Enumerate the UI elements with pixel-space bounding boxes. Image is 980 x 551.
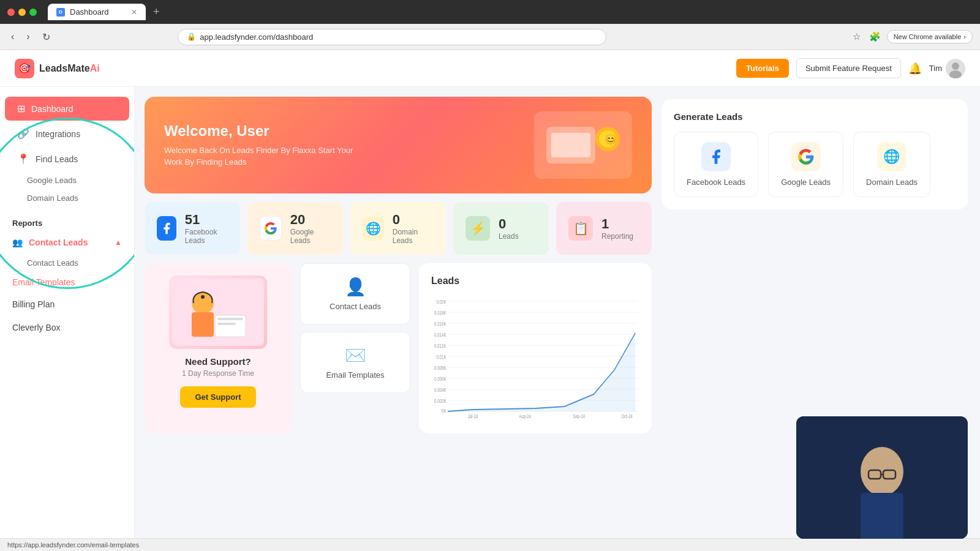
- svg-rect-44: [861, 493, 903, 538]
- app-logo: 🎯 LeadsMateAi: [15, 59, 100, 78]
- facebook-leads-label: Facebook Leads: [185, 228, 228, 245]
- support-title: Need Support?: [185, 356, 251, 367]
- stats-row: 51 Facebook Leads 20 Google Leads: [145, 202, 652, 255]
- reporting-stat-icon: 📋: [568, 216, 593, 241]
- google-gen-icon: [791, 142, 821, 171]
- reload-button[interactable]: ↻: [39, 29, 54, 45]
- quick-access: 👤 Contact Leads ✉️ Email Templates: [300, 263, 410, 433]
- generate-card-facebook[interactable]: Facebook Leads: [674, 132, 758, 197]
- svg-text:0.004K: 0.004K: [434, 387, 447, 394]
- dashboard-icon: ⊞: [17, 103, 25, 114]
- leads-number: 0: [499, 216, 519, 232]
- browser-tab[interactable]: D Dashboard ✕: [48, 4, 146, 20]
- minimize-button[interactable]: [18, 9, 26, 16]
- lock-icon: 🔒: [187, 32, 196, 41]
- back-button[interactable]: ‹: [7, 29, 18, 45]
- tab-close-icon[interactable]: ✕: [131, 8, 137, 17]
- get-support-button[interactable]: Get Support: [180, 386, 255, 408]
- svg-marker-41: [448, 333, 635, 411]
- stat-card-facebook[interactable]: 51 Facebook Leads: [145, 202, 240, 255]
- sidebar-integrations-label: Integrations: [36, 129, 80, 139]
- url-status-bar: https://app.leadsfynder.com/email-templa…: [0, 538, 980, 551]
- svg-text:0.016K: 0.016K: [434, 321, 447, 328]
- sidebar-find-leads-label: Find Leads: [36, 154, 78, 164]
- svg-point-43: [861, 447, 903, 496]
- app-container: 🎯 LeadsMateAi Tutorials Submit Feature R…: [0, 50, 980, 538]
- toolbar-right: ☆ 🧩 New Chrome available ›: [850, 29, 973, 45]
- stat-card-google[interactable]: 20 Google Leads: [247, 202, 343, 255]
- sidebar-sub-domain-leads[interactable]: Domain Leads: [0, 190, 134, 206]
- forward-button[interactable]: ›: [23, 29, 33, 45]
- contact-leads-quick-label: Contact Leads: [330, 302, 381, 311]
- stat-card-leads[interactable]: ⚡ 0 Leads: [453, 202, 549, 255]
- sidebar-sub-contact-leads[interactable]: Contact Leads: [0, 255, 134, 271]
- domain-gen-label: Domain Leads: [866, 178, 918, 187]
- sidebar-item-find-leads[interactable]: 📍 Find Leads: [5, 147, 129, 171]
- svg-text:0.012K: 0.012K: [434, 343, 447, 350]
- domain-gen-icon: 🌐: [877, 142, 907, 171]
- star-icon[interactable]: ☆: [850, 29, 863, 45]
- svg-rect-13: [217, 323, 236, 325]
- stat-card-reporting[interactable]: 📋 1 Reporting: [556, 202, 652, 255]
- sidebar-item-cleverly[interactable]: Cleverly Box: [0, 317, 134, 339]
- sidebar-item-email-templates[interactable]: Email Templates: [0, 272, 134, 292]
- sidebar: ⊞ Dashboard 🔗 Integrations 📍 Find Leads …: [0, 87, 135, 538]
- maximize-button[interactable]: [29, 9, 37, 16]
- svg-point-14: [201, 295, 205, 299]
- svg-text:Oct-24: Oct-24: [621, 413, 633, 419]
- quick-card-contact-leads[interactable]: 👤 Contact Leads: [300, 263, 410, 324]
- tab-favicon: D: [56, 8, 65, 17]
- close-button[interactable]: [7, 9, 15, 16]
- sidebar-item-dashboard[interactable]: ⊞ Dashboard: [5, 97, 129, 121]
- video-person: [796, 416, 968, 538]
- notification-bell-icon[interactable]: 🔔: [908, 62, 922, 75]
- domain-leads-label: Domain Leads: [393, 228, 434, 245]
- stat-info-google: 20 Google Leads: [290, 212, 331, 245]
- stat-card-domain[interactable]: 🌐 0 Domain Leads: [350, 202, 446, 255]
- svg-text:0.014K: 0.014K: [434, 332, 447, 339]
- logo-icon: 🎯: [15, 59, 34, 78]
- welcome-banner: Welcome, User Welcome Back On Leads Find…: [145, 97, 652, 193]
- welcome-text: Welcome, User Welcome Back On Leads Find…: [164, 122, 360, 168]
- reporting-number: 1: [601, 216, 633, 232]
- email-templates-quick-label: Email Templates: [326, 370, 384, 380]
- new-tab-button[interactable]: +: [153, 6, 160, 18]
- generate-card-google[interactable]: Google Leads: [768, 132, 843, 197]
- leads-stat-icon: ⚡: [466, 216, 490, 241]
- facebook-stat-icon: [157, 216, 176, 241]
- browser-toolbar: ‹ › ↻ 🔒 app.leadsfynder.com/dashboard ☆ …: [0, 24, 980, 50]
- google-leads-number: 20: [290, 212, 331, 228]
- generate-card-domain[interactable]: 🌐 Domain Leads: [853, 132, 930, 197]
- svg-text:Sep-24: Sep-24: [573, 413, 586, 419]
- leads-label: Leads: [499, 232, 519, 241]
- sidebar-contact-leads-section[interactable]: 👥 Contact Leads ▲: [0, 231, 134, 253]
- user-avatar[interactable]: Tim: [929, 59, 965, 78]
- support-subtitle: 1 Day Response Time: [182, 369, 254, 378]
- address-bar[interactable]: 🔒 app.leadsfynder.com/dashboard: [178, 29, 606, 45]
- quick-card-email-templates[interactable]: ✉️ Email Templates: [300, 332, 410, 393]
- sidebar-dashboard-label: Dashboard: [31, 104, 74, 114]
- sidebar-sub-google-leads[interactable]: Google Leads: [0, 172, 134, 189]
- support-card: Need Support? 1 Day Response Time Get Su…: [145, 263, 292, 433]
- tutorials-button[interactable]: Tutorials: [736, 59, 789, 78]
- contact-leads-quick-icon: 👤: [345, 277, 366, 297]
- header-right: Tutorials Submit Feature Request 🔔 Tim: [736, 58, 965, 78]
- svg-text:0.006K: 0.006K: [434, 376, 447, 383]
- sidebar-item-integrations[interactable]: 🔗 Integrations: [5, 122, 129, 146]
- traffic-lights: [7, 9, 37, 16]
- svg-rect-12: [217, 318, 243, 320]
- google-gen-label: Google Leads: [781, 178, 831, 187]
- address-text: app.leadsfynder.com/dashboard: [200, 32, 313, 42]
- google-stat-icon: [260, 216, 282, 241]
- new-chrome-badge[interactable]: New Chrome available ›: [887, 30, 973, 43]
- extensions-icon[interactable]: 🧩: [867, 29, 883, 45]
- submit-feature-button[interactable]: Submit Feature Request: [796, 58, 901, 78]
- sidebar-item-billing[interactable]: Billing Plan: [0, 293, 134, 315]
- url-status-text: https://app.leadsfynder.com/email-templa…: [7, 541, 139, 549]
- chart-section: Leads 0.02K 0.018K 0.016K 0.014K 0.012K …: [419, 263, 652, 433]
- welcome-title: Welcome, User: [164, 122, 360, 140]
- app-header: 🎯 LeadsMateAi Tutorials Submit Feature R…: [0, 50, 980, 87]
- find-leads-icon: 📍: [17, 153, 29, 165]
- integrations-icon: 🔗: [17, 128, 29, 140]
- stat-info-reporting: 1 Reporting: [601, 216, 633, 241]
